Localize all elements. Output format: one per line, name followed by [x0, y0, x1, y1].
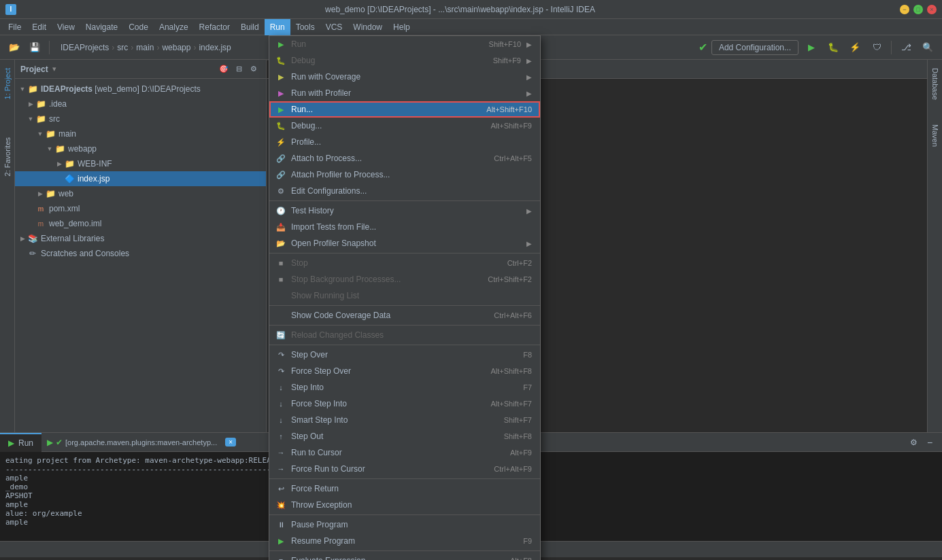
- toolbar-coverage-btn[interactable]: 🛡: [868, 39, 886, 56]
- tree-label-scratches: Scratches and Consoles: [41, 249, 129, 258]
- dd-item-show-running[interactable]: Show Running List: [269, 287, 540, 304]
- dd-stop-icon: ■: [275, 257, 287, 269]
- dd-item-debug[interactable]: 🐛 Debug Shift+F9 ▶: [269, 52, 540, 69]
- dd-item-run[interactable]: ▶ Run Shift+F10 ▶: [269, 36, 540, 52]
- tree-idea[interactable]: ▶ 📁 .idea: [15, 97, 266, 111]
- tree-extlibs[interactable]: ▶ 📚 External Libraries: [15, 231, 266, 246]
- dd-import-tests-label: Import Tests from File...: [291, 222, 532, 232]
- sidebar-collapse-btn[interactable]: ⊟: [232, 63, 246, 76]
- bottom-close-btn[interactable]: −: [923, 436, 937, 449]
- sidebar-title: Project: [20, 65, 48, 74]
- right-tab-maven[interactable]: Maven: [930, 119, 941, 152]
- toolbar-search-btn[interactable]: 🔍: [919, 39, 937, 56]
- dd-item-force-return[interactable]: ↩ Force Return: [269, 480, 540, 497]
- dd-item-attach[interactable]: 🔗 Attach to Process... Ctrl+Alt+F5: [269, 150, 540, 167]
- breadcrumb: IDEAProjects › src › main › webapp › ind…: [55, 43, 231, 52]
- tree-main[interactable]: ▼ 📁 main: [15, 126, 266, 141]
- dd-item-run-coverage[interactable]: ▶ Run with Coverage ▶: [269, 69, 540, 85]
- toolbar-profile-btn[interactable]: ⚡: [846, 39, 864, 56]
- menu-file[interactable]: File: [3, 19, 27, 35]
- dd-item-step-out[interactable]: ↑ Step Out Shift+F8: [269, 428, 540, 444]
- dd-item-show-coverage[interactable]: Show Code Coverage Data Ctrl+Alt+F6: [269, 307, 540, 323]
- toolbar-open-btn[interactable]: 📂: [5, 39, 23, 56]
- tree-ideaprojects[interactable]: ▼ 📁 IDEAProjects [web_demo] D:\IDEAProje…: [15, 82, 266, 97]
- menu-code[interactable]: Code: [123, 19, 154, 35]
- left-tab-favorites[interactable]: 2: Favorites: [2, 132, 13, 181]
- toolbar-git-btn[interactable]: ⎇: [897, 39, 915, 56]
- dd-item-import-tests[interactable]: 📥 Import Tests from File...: [269, 219, 540, 235]
- toolbar-save-btn[interactable]: 💾: [26, 39, 44, 56]
- dd-smart-step-into-shortcut: Shift+F7: [504, 416, 532, 424]
- dd-item-debug-ellipsis[interactable]: 🐛 Debug... Alt+Shift+F9: [269, 118, 540, 134]
- dd-show-running-label: Show Running List: [291, 291, 532, 300]
- dd-item-run-ellipsis[interactable]: ▶ Run... Alt+Shift+F10: [269, 101, 540, 118]
- tree-src[interactable]: ▼ 📁 src: [15, 111, 266, 126]
- tree-webinf[interactable]: ▶ 📁 WEB-INF: [15, 156, 266, 171]
- toolbar-sep2: [891, 41, 892, 54]
- dd-item-profile-ellipsis[interactable]: ⚡ Profile...: [269, 134, 540, 150]
- close-button[interactable]: ×: [927, 5, 937, 14]
- menu-build[interactable]: Build: [235, 19, 265, 35]
- dd-item-eval-expr[interactable]: = Evaluate Expression... Alt+F8: [269, 553, 540, 560]
- dd-stop-bg-icon: ■: [275, 273, 287, 285]
- menu-run[interactable]: Run: [265, 19, 290, 35]
- toolbar-run-btn[interactable]: ▶: [803, 39, 820, 56]
- dd-debug-shortcut: Shift+F9: [493, 56, 521, 65]
- menu-view[interactable]: View: [52, 19, 80, 35]
- minimize-button[interactable]: −: [900, 5, 909, 14]
- tree-label-src: src: [49, 114, 60, 124]
- dd-item-pause[interactable]: ⏸ Pause Program: [269, 517, 540, 533]
- toolbar-debug-btn[interactable]: 🐛: [824, 39, 842, 56]
- dd-sep-7: [269, 514, 540, 515]
- sidebar-locate-btn[interactable]: 🎯: [217, 63, 231, 76]
- tree-webapp[interactable]: ▼ 📁 webapp: [15, 141, 266, 156]
- tree-webdemoiml[interactable]: m web_demo.iml: [15, 216, 266, 231]
- dd-item-stop[interactable]: ■ Stop Ctrl+F2: [269, 255, 540, 271]
- dd-item-smart-step-into[interactable]: ↓ Smart Step Into Shift+F7: [269, 412, 540, 428]
- dd-item-run-cursor[interactable]: → Run to Cursor Alt+F9: [269, 444, 540, 461]
- tree-arrow-main: ▼: [35, 130, 45, 137]
- dd-item-attach-profiler[interactable]: 🔗 Attach Profiler to Process...: [269, 167, 540, 183]
- dd-item-throw-exception[interactable]: 💥 Throw Exception: [269, 497, 540, 513]
- dd-item-reload[interactable]: 🔄 Reload Changed Classes: [269, 327, 540, 343]
- bottom-tab-run[interactable]: ▶ Run: [0, 433, 41, 452]
- dd-item-step-into[interactable]: ↓ Step Into F7: [269, 379, 540, 396]
- sidebar-gear-btn[interactable]: ⚙: [247, 63, 260, 76]
- menu-analyze[interactable]: Analyze: [154, 19, 194, 35]
- tree-indexjsp[interactable]: 🔷 index.jsp: [15, 171, 266, 186]
- tree-scratches[interactable]: ✏ Scratches and Consoles: [15, 246, 266, 261]
- tree-pomxml[interactable]: m pom.xml: [15, 201, 266, 216]
- app-icon: I: [5, 4, 16, 15]
- dd-item-edit-configs[interactable]: ⚙ Edit Configurations...: [269, 183, 540, 199]
- dd-item-stop-bg[interactable]: ■ Stop Background Processes... Ctrl+Shif…: [269, 271, 540, 287]
- dd-step-into-label: Step Into: [291, 383, 523, 392]
- menu-navigate[interactable]: Navigate: [80, 19, 123, 35]
- maximize-button[interactable]: □: [913, 5, 923, 14]
- menu-window[interactable]: Window: [348, 19, 388, 35]
- dd-item-resume[interactable]: ▶ Resume Program F9: [269, 533, 540, 549]
- tree-web[interactable]: ▶ 📁 web: [15, 186, 266, 201]
- dd-item-force-step-over[interactable]: ↷ Force Step Over Alt+Shift+F8: [269, 363, 540, 379]
- dd-item-step-over[interactable]: ↷ Step Over F8: [269, 347, 540, 363]
- sidebar-dropdown-arrow[interactable]: ▾: [52, 65, 56, 73]
- dd-profile-ellipsis-label: Profile...: [291, 137, 532, 147]
- menu-vcs[interactable]: VCS: [320, 19, 348, 35]
- dd-item-test-history[interactable]: 🕐 Test History ▶: [269, 203, 540, 219]
- right-tab-database[interactable]: Database: [930, 63, 941, 105]
- add-configuration-button[interactable]: Add Configuration...: [711, 40, 798, 55]
- dd-item-run-profiler[interactable]: ▶ Run with Profiler ▶: [269, 85, 540, 101]
- dd-item-force-step-into[interactable]: ↓ Force Step Into Alt+Shift+F7: [269, 396, 540, 412]
- bottom-gear-btn[interactable]: ⚙: [907, 436, 920, 449]
- menu-refactor[interactable]: Refactor: [194, 19, 235, 35]
- dd-resume-shortcut: F9: [523, 537, 532, 545]
- dd-item-open-profiler[interactable]: 📂 Open Profiler Snapshot ▶: [269, 235, 540, 251]
- dd-force-step-into-label: Force Step Into: [291, 399, 490, 408]
- left-tab-project[interactable]: 1: Project: [2, 63, 13, 105]
- menu-tools[interactable]: Tools: [290, 19, 320, 35]
- dd-open-profiler-label: Open Profiler Snapshot: [291, 239, 521, 248]
- menu-edit[interactable]: Edit: [27, 19, 52, 35]
- menu-help[interactable]: Help: [388, 19, 416, 35]
- dd-item-force-run-cursor[interactable]: → Force Run to Cursor Ctrl+Alt+F9: [269, 461, 540, 477]
- breadcrumb-webapp: webapp: [162, 43, 190, 52]
- dd-reload-icon: 🔄: [275, 329, 287, 341]
